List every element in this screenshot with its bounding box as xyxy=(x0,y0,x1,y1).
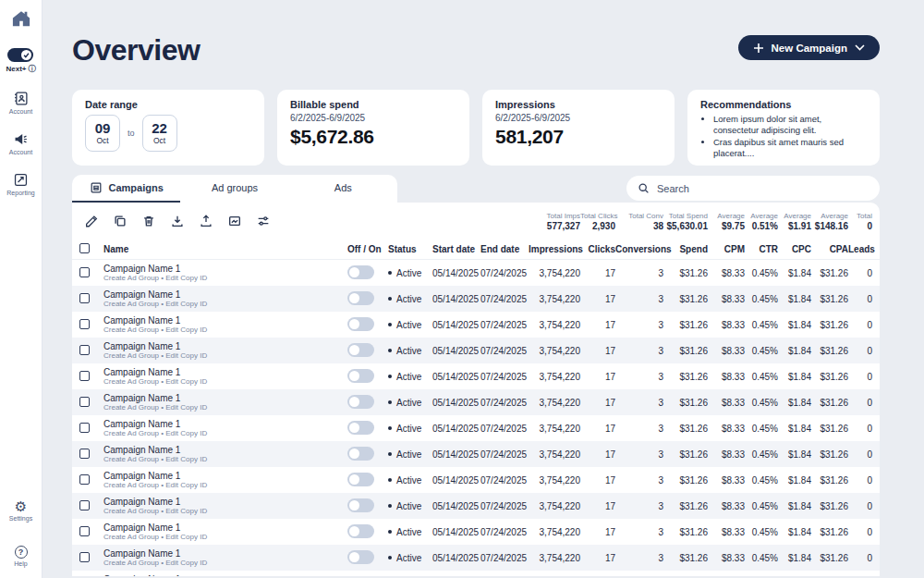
off-on-toggle[interactable] xyxy=(347,369,374,383)
row-checkbox[interactable] xyxy=(79,449,90,459)
campaign-row-actions[interactable]: Create Ad Group • Edit Copy ID xyxy=(103,429,347,437)
campaign-row-actions[interactable]: Create Ad Group • Edit Copy ID xyxy=(103,274,347,282)
campaign-name-link[interactable]: Campaign Name 1 xyxy=(103,471,347,482)
campaign-row-actions[interactable]: Create Ad Group • Edit Copy ID xyxy=(103,507,347,515)
campaign-name-link[interactable]: Campaign Name 1 xyxy=(103,419,347,430)
campaign-row-actions[interactable]: Create Ad Group • Edit Copy ID xyxy=(103,351,347,360)
tab-ads[interactable]: Ads xyxy=(289,175,397,203)
campaign-name-link[interactable]: Campaign Name 1 xyxy=(103,367,347,378)
row-checkbox[interactable] xyxy=(79,500,90,510)
off-on-toggle[interactable] xyxy=(347,421,374,435)
bulk-action-icons xyxy=(79,214,529,228)
spend-cell: $31.26 xyxy=(663,268,708,278)
campaign-row-actions[interactable]: Create Ad Group • Edit Copy ID xyxy=(103,481,347,489)
campaign-name-link[interactable]: Campaign Name 1 xyxy=(103,315,347,326)
row-checkbox[interactable] xyxy=(79,371,90,381)
sidebar-item-account-book[interactable]: Account xyxy=(9,91,32,115)
sidebar-item-label: Reporting xyxy=(6,190,34,196)
ctr-cell: 0.45% xyxy=(745,346,778,356)
download-icon[interactable] xyxy=(170,214,185,228)
upload-icon[interactable] xyxy=(199,214,213,228)
campaign-row-actions[interactable]: Create Ad Group • Edit Copy ID xyxy=(103,533,347,541)
col-leads[interactable]: Leads xyxy=(848,244,872,254)
date-to-box[interactable]: 22 Oct xyxy=(142,115,177,152)
col-clicks[interactable]: Clicks xyxy=(580,244,615,254)
row-checkbox[interactable] xyxy=(79,345,90,355)
col-status[interactable]: Status xyxy=(388,244,432,254)
row-checkbox[interactable] xyxy=(79,267,90,277)
row-checkbox[interactable] xyxy=(79,552,90,562)
campaign-row-actions[interactable]: Create Ad Group • Edit Copy ID xyxy=(103,403,347,412)
start-date-cell: 05/14/2025 xyxy=(432,294,480,304)
row-checkbox[interactable] xyxy=(79,474,90,485)
average-ctr: Average0.51% xyxy=(745,212,778,231)
recommendations-card: Recommendations Lorem ipsum dolor sit am… xyxy=(687,90,880,166)
row-checkbox[interactable] xyxy=(79,423,90,433)
sidebar-item-settings[interactable]: ⚙ Settings xyxy=(9,499,32,522)
col-spend[interactable]: Spend xyxy=(663,244,708,254)
campaign-name-link[interactable]: Campaign Name 1 xyxy=(103,497,347,508)
campaign-name-link[interactable]: Campaign Name 1 xyxy=(103,393,347,404)
duplicate-icon[interactable] xyxy=(113,214,128,228)
off-on-toggle[interactable] xyxy=(347,343,374,357)
campaign-name-link[interactable]: Campaign Name 1 xyxy=(103,574,347,576)
off-on-toggle[interactable] xyxy=(347,473,374,486)
campaign-name-link[interactable]: Campaign Name 1 xyxy=(103,341,347,352)
col-cpa[interactable]: CPA xyxy=(811,244,848,254)
cpa-cell: $31.26 xyxy=(811,346,848,356)
status-dot-icon xyxy=(388,400,392,404)
filters-icon[interactable] xyxy=(256,214,271,228)
page-header: Overview New Campaign xyxy=(72,33,880,68)
off-on-toggle[interactable] xyxy=(347,447,374,461)
row-checkbox[interactable] xyxy=(79,526,90,536)
off-on-toggle[interactable] xyxy=(347,291,374,305)
start-date-cell: 05/14/2025 xyxy=(432,320,480,330)
sidebar-item-help[interactable]: ? Help xyxy=(14,546,27,567)
row-checkbox[interactable] xyxy=(79,293,90,303)
col-cpc[interactable]: CPC xyxy=(778,244,811,254)
row-checkbox[interactable] xyxy=(79,319,90,329)
col-conversions[interactable]: Conversions xyxy=(615,244,663,254)
col-start-date[interactable]: Start date xyxy=(432,244,480,254)
status-dot-icon xyxy=(388,349,392,352)
campaign-row-actions[interactable]: Create Ad Group • Edit Copy ID xyxy=(103,300,347,308)
row-checkbox[interactable] xyxy=(79,397,90,407)
col-impressions[interactable]: Impressions xyxy=(529,244,580,254)
campaign-row-actions[interactable]: Create Ad Group • Edit Copy ID xyxy=(103,559,347,567)
export-image-icon[interactable] xyxy=(227,214,242,228)
delete-icon[interactable] xyxy=(141,214,156,228)
campaign-row-actions[interactable]: Create Ad Group • Edit Copy ID xyxy=(103,455,347,463)
date-from-box[interactable]: 09 Oct xyxy=(85,115,120,152)
search-input[interactable] xyxy=(657,183,869,194)
nextplus-toggle[interactable] xyxy=(7,48,33,62)
col-ctr[interactable]: CTR xyxy=(745,244,778,254)
campaign-row-actions[interactable]: Create Ad Group • Edit Copy ID xyxy=(103,377,347,386)
home-nav-button[interactable] xyxy=(11,9,31,28)
new-campaign-button[interactable]: New Campaign xyxy=(738,35,880,60)
info-icon[interactable]: ⓘ xyxy=(29,64,36,74)
campaign-row-actions[interactable]: Create Ad Group • Edit Copy ID xyxy=(103,326,347,334)
tab-ad-groups[interactable]: Ad groups xyxy=(180,175,288,203)
off-on-toggle[interactable] xyxy=(347,576,374,577)
edit-icon[interactable] xyxy=(84,214,99,228)
campaign-name-link[interactable]: Campaign Name 1 xyxy=(103,523,347,534)
off-on-toggle[interactable] xyxy=(347,395,374,409)
off-on-toggle[interactable] xyxy=(347,524,374,538)
off-on-toggle[interactable] xyxy=(347,317,374,331)
sidebar-item-reporting[interactable]: Reporting xyxy=(6,172,34,196)
off-on-toggle[interactable] xyxy=(347,498,374,512)
col-end-date[interactable]: End date xyxy=(480,244,529,254)
campaign-name-link[interactable]: Campaign Name 1 xyxy=(103,445,347,456)
select-all-checkbox[interactable] xyxy=(79,243,90,253)
campaign-name-link[interactable]: Campaign Name 1 xyxy=(103,289,347,301)
col-name[interactable]: Name xyxy=(103,244,347,254)
sidebar-item-account-campaigns[interactable]: Account xyxy=(9,131,32,155)
col-off-on[interactable]: Off / On xyxy=(347,244,388,254)
col-cpm[interactable]: CPM xyxy=(708,244,745,254)
campaign-name-link[interactable]: Campaign Name 1 xyxy=(103,548,347,560)
off-on-toggle[interactable] xyxy=(347,265,374,279)
tab-campaigns[interactable]: Campaigns xyxy=(72,175,180,203)
main-content: Overview New Campaign Date range 09 Oct … xyxy=(43,33,924,576)
campaign-name-link[interactable]: Campaign Name 1 xyxy=(103,264,347,275)
off-on-toggle[interactable] xyxy=(347,550,374,564)
